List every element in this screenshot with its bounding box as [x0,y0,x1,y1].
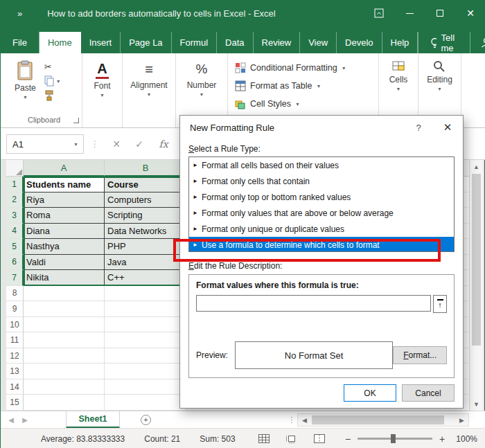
cell-A10[interactable] [24,317,105,333]
zoom-level[interactable]: 100% [453,434,477,444]
cell-A7[interactable]: Nikita [24,270,105,286]
tab-file[interactable]: File [1,32,39,53]
cell-B15[interactable] [105,395,187,411]
cell-B8[interactable] [105,286,187,302]
cell-B1[interactable]: Course [105,177,187,192]
cell-B7[interactable]: C++ [105,270,187,286]
row-number[interactable]: 3 [6,208,24,224]
cell-A14[interactable] [24,379,105,395]
row-number[interactable]: 15 [6,395,24,411]
column-header-B[interactable]: B [105,160,187,177]
font-button[interactable]: A Font ▼ [89,59,114,127]
enter-entry-button[interactable]: ✓ [131,128,148,160]
tab-formulas[interactable]: Formul [172,32,217,53]
name-box[interactable]: A1 ▼ [6,134,84,154]
cell-B4[interactable]: Data Networks [105,224,187,240]
tab-strip-splitter[interactable]: ⋮ [288,411,296,429]
minimize-button[interactable] [394,1,425,26]
paste-dropdown-icon[interactable]: ▼ [23,95,28,100]
zoom-slider-track[interactable] [358,438,432,440]
copy-button[interactable]: ▼ [44,75,61,87]
format-button[interactable]: Format... [393,346,447,364]
zoom-out-button[interactable]: − [344,433,353,445]
row-number[interactable]: 10 [6,317,24,333]
row-number[interactable]: 14 [6,379,24,395]
row-number[interactable]: 1 [6,177,24,192]
tab-home[interactable]: Home [39,32,81,53]
cell-B2[interactable]: Computers [105,192,187,208]
copy-dropdown-icon[interactable]: ▼ [56,79,61,84]
page-layout-view-button[interactable] [283,432,301,446]
tell-me-button[interactable]: Tell me [418,32,470,53]
dialog-title-bar[interactable]: New Formatting Rule ? ✕ [180,116,463,139]
cell-B13[interactable] [105,364,187,379]
add-sheet-button[interactable]: + [141,415,151,425]
cell-B6[interactable]: Java [105,255,187,271]
cell-B11[interactable] [105,332,187,348]
horizontal-scrollbar-thumb[interactable] [312,415,444,424]
name-box-dropdown-icon[interactable]: ▼ [73,142,78,147]
cell-A6[interactable]: Valdi [24,255,105,271]
close-button[interactable]: ✕ [455,1,485,26]
cell-A12[interactable] [24,348,105,364]
cell-B10[interactable] [105,317,187,333]
cell-styles-button[interactable]: Cell Styles ▼ [235,95,300,113]
rule-type-option-4[interactable]: ►Format only values that are above or be… [189,205,454,221]
row-number[interactable]: 12 [6,348,24,364]
horizontal-scrollbar-track[interactable] [311,414,455,426]
clipboard-dialog-launcher-icon[interactable] [73,118,79,123]
row-number[interactable]: 11 [6,332,24,348]
horizontal-scrollbar[interactable]: ◀ ▶ [297,413,469,427]
scroll-right-button[interactable]: ▶ [455,414,468,426]
cell-A11[interactable] [24,332,105,348]
cell-A2[interactable]: Riya [24,192,105,208]
formula-input[interactable] [196,295,431,312]
tab-review[interactable]: Review [254,32,301,53]
dialog-help-button[interactable]: ? [405,123,432,133]
tab-page-layout[interactable]: Page La [121,32,171,53]
format-as-table-button[interactable]: Format as Table ▼ [235,77,321,95]
rule-type-option-5[interactable]: ►Format only unique or duplicate values [189,221,454,237]
cell-A5[interactable]: Nasthya [24,239,105,255]
row-number[interactable]: 6 [6,255,24,271]
select-all-corner[interactable] [6,160,24,177]
scroll-up-button[interactable]: ▲ [470,160,483,173]
zoom-in-button[interactable]: + [438,433,447,445]
cell-A1[interactable]: Students name [24,177,105,192]
cell-B9[interactable] [105,301,187,317]
tab-data[interactable]: Data [217,32,253,53]
ok-button[interactable]: OK [344,384,396,402]
row-number[interactable]: 13 [6,364,24,379]
page-break-view-button[interactable] [310,432,328,446]
tab-developer[interactable]: Develo [337,32,382,53]
cell-A8[interactable] [24,286,105,302]
row-number[interactable]: 7 [6,270,24,286]
rule-type-option-3[interactable]: ►Format only top or bottom ranked values [189,189,454,205]
rule-type-option-1[interactable]: ►Format all cells based on their values [189,157,454,173]
insert-function-button[interactable]: fx [155,128,173,160]
rule-type-option-2[interactable]: ►Format only cells that contain [189,173,454,189]
alignment-button[interactable]: ≡ Alignment ▼ [126,59,171,127]
quick-access-toolbar-chevron-icon[interactable]: » [17,8,22,19]
row-number[interactable]: 8 [6,286,24,302]
cell-A4[interactable]: Diana [24,224,105,240]
cut-button[interactable]: ✂ [44,60,61,73]
row-number[interactable]: 9 [6,301,24,317]
zoom-slider-thumb[interactable] [391,434,396,443]
ribbon-display-options-button[interactable] [364,1,394,26]
row-number[interactable]: 4 [6,224,24,240]
scroll-left-button[interactable]: ◀ [298,414,311,426]
row-number[interactable]: 2 [6,192,24,208]
cell-B12[interactable] [105,348,187,364]
cell-B14[interactable] [105,379,187,395]
cancel-entry-button[interactable]: ✕ [108,128,125,160]
cell-A15[interactable] [24,395,105,411]
rule-type-option-6-selected[interactable]: ►Use a formula to determine which cells … [189,237,454,252]
sheet-nav-left-button[interactable]: ◀ [5,411,17,429]
c ell-B3[interactable]: Scripting [105,208,187,224]
column-header-A[interactable]: A [24,160,105,177]
row-number[interactable]: 5 [6,239,24,255]
vertical-scrollbar[interactable]: ▲ ▼ [469,160,483,411]
cell-A9[interactable] [24,301,105,317]
share-button[interactable]: Share [470,32,485,53]
